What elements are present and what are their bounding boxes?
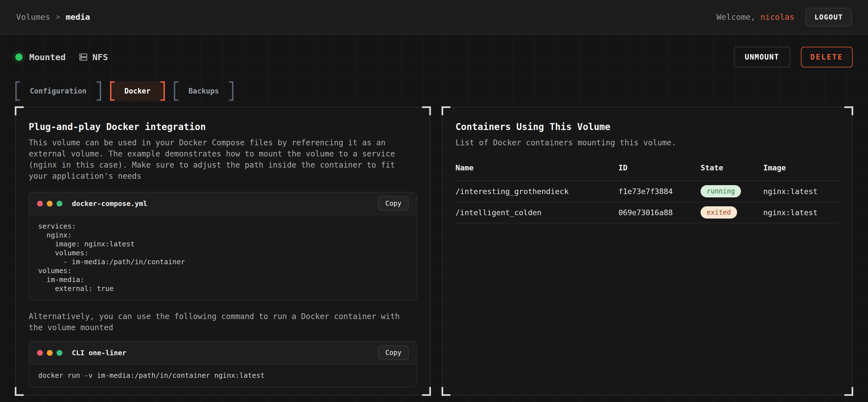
container-id: f1e73e7f3884 — [618, 187, 701, 196]
table-row: /interesting_grothendieck f1e73e7f3884 r… — [456, 181, 839, 202]
cli-filename: CLI one-liner — [72, 349, 126, 357]
window-dots — [37, 350, 62, 356]
containers-panel-title: Containers Using This Volume — [456, 122, 839, 132]
container-name: /intelligent_colden — [456, 208, 618, 217]
breadcrumb: Volumes > media — [16, 12, 90, 22]
tab-bar: Configuration Docker Backups — [15, 81, 853, 101]
top-bar: Volumes > media Welcome, nicolas LOGOUT — [0, 0, 868, 35]
breadcrumb-volumes-link[interactable]: Volumes — [16, 12, 50, 22]
column-header-image: Image — [763, 163, 839, 172]
cli-code-content: docker run -v im-media:/path/in/containe… — [29, 364, 416, 387]
container-state: exited — [701, 206, 763, 219]
volume-type-label: NFS — [92, 52, 108, 62]
window-dots — [37, 201, 62, 207]
corner-bracket-icon — [844, 387, 853, 396]
bracket-left-icon — [110, 81, 115, 101]
table-row: /intelligent_colden 069e73016a88 exited … — [456, 202, 839, 223]
breadcrumb-separator: > — [56, 13, 60, 21]
status-badge-exited: exited — [701, 206, 737, 219]
corner-bracket-icon — [441, 387, 451, 396]
table-header-row: Name ID State Image — [456, 163, 839, 181]
tab-backups[interactable]: Backups — [174, 81, 234, 101]
docker-integration-panel: Plug-and-play Docker integration This vo… — [15, 107, 430, 395]
breadcrumb-current-volume: media — [66, 12, 90, 22]
compose-code-block: docker-compose.yml Copy services: nginx:… — [29, 192, 417, 300]
status-badge-running: running — [701, 185, 741, 197]
corner-bracket-icon — [422, 106, 431, 115]
bracket-left-icon — [15, 81, 20, 101]
action-buttons: UNMOUNT DELETE — [734, 47, 853, 67]
tab-docker-label: Docker — [115, 81, 161, 101]
docker-panel-title: Plug-and-play Docker integration — [29, 122, 417, 132]
tab-configuration-label: Configuration — [20, 81, 97, 101]
welcome-prefix: Welcome, — [716, 12, 760, 22]
container-image: nginx:latest — [763, 208, 839, 217]
compose-copy-button[interactable]: Copy — [378, 196, 409, 211]
delete-button[interactable]: DELETE — [801, 47, 853, 67]
corner-bracket-icon — [441, 106, 451, 115]
window-dot-red-icon — [37, 350, 43, 356]
mounted-status-dot-icon — [15, 54, 23, 61]
corner-bracket-icon — [422, 387, 431, 396]
containers-table: Name ID State Image /interesting_grothen… — [456, 163, 839, 223]
cli-intro-text: Alternatively, you can use the following… — [29, 311, 402, 333]
tab-configuration[interactable]: Configuration — [15, 81, 101, 101]
bracket-left-icon — [174, 81, 178, 101]
containers-panel-subtitle: List of Docker containers mounting this … — [456, 137, 829, 148]
column-header-state: State — [701, 163, 763, 172]
container-image: nginx:latest — [763, 187, 839, 196]
window-dot-green-icon — [57, 201, 62, 207]
panels-row: Plug-and-play Docker integration This vo… — [15, 107, 853, 395]
window-dot-green-icon — [57, 350, 62, 356]
docker-panel-description: This volume can be used in your Docker C… — [29, 137, 402, 182]
cli-copy-button[interactable]: Copy — [378, 345, 409, 360]
server-icon — [79, 52, 88, 62]
column-header-id: ID — [618, 163, 701, 172]
bracket-right-icon — [160, 81, 165, 101]
corner-bracket-icon — [15, 387, 24, 396]
status-row: Mounted NFS UNMOUNT DELETE — [15, 47, 853, 67]
cli-code-header: CLI one-liner Copy — [29, 342, 416, 364]
window-dot-amber-icon — [47, 350, 53, 356]
cli-code-block: CLI one-liner Copy docker run -v im-medi… — [29, 341, 417, 387]
window-dot-amber-icon — [47, 201, 53, 207]
container-name: /interesting_grothendieck — [456, 187, 618, 196]
corner-bracket-icon — [15, 106, 24, 115]
welcome-message: Welcome, nicolas — [716, 12, 794, 22]
compose-filename: docker-compose.yml — [72, 200, 147, 208]
bracket-right-icon — [229, 81, 234, 101]
compose-code-header: docker-compose.yml Copy — [29, 192, 416, 215]
username: nicolas — [760, 12, 794, 22]
mounted-status-label: Mounted — [29, 52, 66, 62]
tab-backups-label: Backups — [178, 81, 229, 101]
topbar-right: Welcome, nicolas LOGOUT — [716, 8, 852, 27]
logout-button[interactable]: LOGOUT — [806, 8, 852, 27]
container-id: 069e73016a88 — [618, 208, 701, 217]
window-dot-red-icon — [37, 201, 43, 207]
compose-code-content: services: nginx: image: nginx:latest vol… — [29, 215, 416, 300]
tab-docker[interactable]: Docker — [110, 81, 165, 101]
main-content: Mounted NFS UNMOUNT DELETE Configuration… — [0, 47, 868, 395]
corner-bracket-icon — [844, 106, 853, 115]
unmount-button[interactable]: UNMOUNT — [734, 47, 790, 67]
column-header-name: Name — [456, 163, 618, 172]
containers-panel: Containers Using This Volume List of Doc… — [442, 107, 853, 395]
container-state: running — [701, 185, 763, 197]
bracket-right-icon — [97, 81, 101, 101]
